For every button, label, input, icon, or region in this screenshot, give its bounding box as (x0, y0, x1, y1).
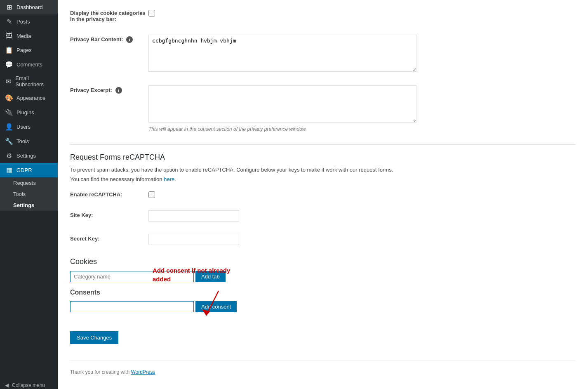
privacy-bar-control: ccbgfgbncghnhn hvbjm vbhjm (148, 35, 576, 73)
comments-icon: 💬 (5, 61, 13, 68)
settings-icon: ⚙ (5, 152, 13, 160)
wordpress-link[interactable]: WordPress (131, 369, 155, 375)
consents-row-wrapper: privacy-policy Add consent Add consent i… (70, 301, 237, 319)
consents-input-row: privacy-policy Add consent (70, 301, 237, 312)
site-key-row: Site Key: (70, 210, 576, 226)
secret-key-label: Secret Key: (70, 234, 148, 242)
sidebar-item-comments[interactable]: 💬 Comments (0, 57, 58, 72)
recaptcha-section: Request Forms reCAPTCHA To prevent spam … (70, 153, 576, 182)
recaptcha-title: Request Forms reCAPTCHA (70, 153, 576, 162)
display-cookie-row: Display the cookie categories in the pri… (70, 8, 576, 26)
enable-recaptcha-label: Enable reCAPTCHA: (70, 190, 148, 198)
add-consent-button[interactable]: Add consent (195, 301, 237, 312)
cookies-row: Add tab (70, 271, 576, 282)
site-key-label: Site Key: (70, 210, 148, 218)
main-content: Display the cookie categories in the pri… (58, 0, 588, 389)
secret-key-input[interactable] (148, 234, 239, 245)
email-icon: ✉ (5, 78, 12, 85)
display-cookie-control (148, 8, 576, 17)
footer: Thank you for creating with WordPress (70, 361, 576, 375)
sidebar-item-appearance[interactable]: 🎨 Appearance (0, 91, 58, 105)
privacy-bar-textarea[interactable]: ccbgfgbncghnhn hvbjm vbhjm (148, 35, 416, 72)
settings-content: Display the cookie categories in the pri… (58, 0, 588, 389)
appearance-icon: 🎨 (5, 94, 13, 102)
sidebar-item-pages[interactable]: 📋 Pages (0, 43, 58, 57)
consent-input[interactable]: privacy-policy (70, 301, 194, 312)
sidebar-item-plugins[interactable]: 🔌 Plugins (0, 105, 58, 120)
recaptcha-desc1: To prevent spam attacks, you have the op… (70, 167, 576, 173)
privacy-bar-label: Privacy Bar Content: i (70, 35, 148, 43)
collapse-icon: ◀ (5, 382, 9, 388)
privacy-excerpt-row: Privacy Excerpt: i This will appear in t… (70, 85, 576, 136)
privacy-excerpt-textarea[interactable] (148, 85, 416, 123)
enable-recaptcha-checkbox[interactable] (148, 191, 155, 198)
enable-recaptcha-row: Enable reCAPTCHA: (70, 190, 576, 202)
collapse-menu[interactable]: ◀ Collapse menu (0, 379, 58, 389)
gdpr-icon: ▦ (5, 166, 13, 174)
recaptcha-link[interactable]: here (164, 176, 174, 182)
secret-key-control (148, 234, 576, 245)
posts-icon: ✎ (5, 18, 13, 26)
sidebar: ⊞ Dashboard ✎ Posts 🖼 Media 📋 Pages 💬 Co… (0, 0, 58, 389)
secret-key-row: Secret Key: (70, 234, 576, 249)
section-divider-1 (70, 144, 576, 145)
privacy-bar-row: Privacy Bar Content: i ccbgfgbncghnhn hv… (70, 35, 576, 77)
tools-icon: 🔧 (5, 137, 13, 145)
cookies-section: Cookies Add tab Consents privacy-policy … (70, 257, 576, 319)
dashboard-icon: ⊞ (5, 3, 13, 11)
sidebar-sub-item-tools[interactable]: Tools (0, 189, 58, 200)
display-cookie-checkbox[interactable] (148, 10, 155, 17)
sidebar-item-dashboard[interactable]: ⊞ Dashboard (0, 0, 58, 14)
site-key-control (148, 210, 576, 222)
sidebar-item-gdpr[interactable]: ▦ GDPR (0, 163, 58, 177)
sidebar-item-media[interactable]: 🖼 Media (0, 29, 58, 43)
add-tab-button[interactable]: Add tab (195, 271, 226, 282)
sidebar-sub-item-settings[interactable]: Settings (0, 200, 58, 211)
users-icon: 👤 (5, 123, 13, 131)
pages-icon: 📋 (5, 46, 13, 54)
save-row: Save Changes (70, 327, 576, 344)
privacy-excerpt-control: This will appear in the consent section … (148, 85, 576, 132)
sidebar-item-email-subscribers[interactable]: ✉ Email Subscribers (0, 72, 58, 91)
site-key-input[interactable] (148, 210, 239, 222)
gdpr-submenu: Requests Tools Settings (0, 177, 58, 211)
display-cookie-label: Display the cookie categories in the pri… (70, 8, 148, 22)
save-changes-button[interactable]: Save Changes (70, 331, 118, 344)
media-icon: 🖼 (5, 32, 13, 40)
sidebar-sub-item-requests[interactable]: Requests (0, 177, 58, 189)
sidebar-item-posts[interactable]: ✎ Posts (0, 14, 58, 29)
privacy-excerpt-info-icon[interactable]: i (115, 87, 122, 94)
enable-recaptcha-control (148, 190, 576, 198)
plugins-icon: 🔌 (5, 108, 13, 116)
privacy-excerpt-helper: This will appear in the consent section … (148, 126, 576, 132)
recaptcha-desc2: You can find the necessary information h… (70, 176, 576, 182)
sidebar-item-tools[interactable]: 🔧 Tools (0, 134, 58, 149)
privacy-excerpt-label: Privacy Excerpt: i (70, 85, 148, 94)
consents-title: Consents (70, 289, 576, 296)
sidebar-item-users[interactable]: 👤 Users (0, 120, 58, 134)
cookies-title: Cookies (70, 257, 576, 266)
privacy-bar-info-icon[interactable]: i (126, 36, 133, 43)
category-name-input[interactable] (70, 271, 194, 282)
sidebar-item-settings[interactable]: ⚙ Settings (0, 149, 58, 163)
